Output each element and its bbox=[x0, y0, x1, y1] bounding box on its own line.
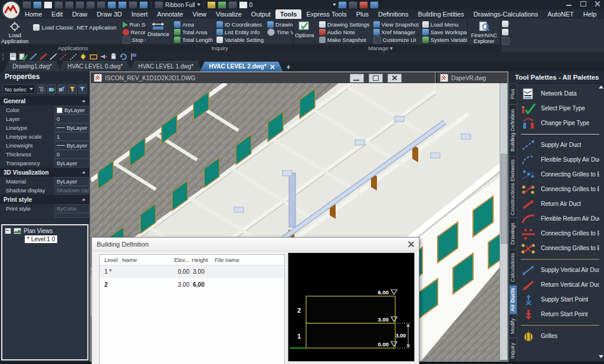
open-icon[interactable] bbox=[54, 1, 63, 9]
supply-pipe-icon[interactable] bbox=[29, 53, 38, 61]
palette-item-supply-vertical-air-duct[interactable]: Supply Vertical Air Duct bbox=[521, 263, 599, 277]
palette-scroll-down-icon[interactable] bbox=[599, 355, 603, 358]
total-area-button[interactable]: Total Area bbox=[173, 28, 214, 36]
rectangle-icon[interactable] bbox=[89, 53, 98, 61]
maximize-button[interactable] bbox=[580, 1, 586, 6]
variable-setting-button[interactable]: Variable Setting bbox=[215, 36, 265, 44]
monitor-icon[interactable] bbox=[33, 1, 42, 9]
workspace-switcher[interactable]: Ribbon Full bbox=[155, 1, 201, 9]
row2-height[interactable]: 6,00 bbox=[193, 278, 204, 291]
section-general[interactable]: General bbox=[0, 96, 89, 106]
drawing-settings-button[interactable]: Drawing Settings bbox=[318, 21, 371, 28]
selection-dropdown[interactable]: No selec bbox=[2, 84, 35, 94]
tab-insert[interactable]: Insert bbox=[127, 9, 153, 19]
dialog-close-icon[interactable] bbox=[408, 241, 414, 247]
total-length-button[interactable]: Total Length bbox=[173, 36, 214, 44]
palette-tab-inquiry[interactable]: Inquiry bbox=[509, 338, 517, 362]
filter-button[interactable] bbox=[78, 84, 87, 94]
tab-home[interactable]: Home bbox=[20, 9, 47, 19]
save-workspace-button[interactable]: Save Workspace bbox=[421, 28, 467, 36]
run-script-button[interactable]: Run Script bbox=[122, 21, 146, 28]
cylinder-icon[interactable] bbox=[109, 53, 118, 61]
clock-icon[interactable] bbox=[118, 1, 127, 9]
palette-item-select-pipe-type[interactable]: Select Pipe Type bbox=[521, 101, 599, 116]
col-file-name[interactable]: File name bbox=[215, 255, 239, 265]
close-button[interactable] bbox=[595, 1, 600, 6]
return-pipe-icon[interactable] bbox=[39, 53, 48, 61]
time-variables-button[interactable]: Time Variables bbox=[266, 28, 293, 36]
customize-ui-button[interactable]: Customize UI bbox=[372, 36, 420, 44]
load-application-button[interactable]: Load Application bbox=[1, 20, 28, 44]
palette-item-flexible-supply-air-duct[interactable]: Flexible Supply Air Duct bbox=[521, 152, 599, 167]
thickness-value[interactable]: 0 bbox=[54, 150, 89, 159]
collapse-node-icon[interactable] bbox=[5, 228, 11, 234]
clipped-icon[interactable] bbox=[502, 29, 508, 35]
tab-view[interactable]: View bbox=[188, 9, 211, 19]
palette-item-flexible-return-air-duct[interactable]: Flexible Return Air Duct bbox=[521, 211, 599, 226]
palette-item-network-data[interactable]: Network Data bbox=[521, 86, 599, 101]
linetype-scale-value[interactable]: 1 bbox=[54, 132, 89, 141]
load-menu-button[interactable]: Load Menu bbox=[421, 21, 467, 28]
chart-icon[interactable] bbox=[338, 1, 347, 9]
tab-tools[interactable]: Tools bbox=[275, 9, 302, 19]
check-doc-icon[interactable] bbox=[19, 53, 28, 61]
close-tab-icon[interactable] bbox=[270, 65, 274, 69]
level-row-1[interactable]: 1 * 0.00 3.00 bbox=[100, 265, 284, 278]
palette-tab-modify[interactable]: Modify bbox=[509, 314, 517, 338]
printer-icon[interactable] bbox=[349, 1, 357, 9]
load-classic-net-button[interactable]: Load Classic .NET Application bbox=[32, 24, 117, 31]
app-logo[interactable] bbox=[2, 1, 21, 19]
drawing-tab-4-active[interactable]: HVAC LEVEL 2.dwg* bbox=[200, 61, 283, 71]
close-red-icon[interactable] bbox=[359, 1, 368, 9]
lineweight-value[interactable]: ByLayer bbox=[54, 141, 89, 150]
palette-tab-plus[interactable]: Plus bbox=[509, 83, 517, 104]
tab-draw3d[interactable]: Draw 3D bbox=[92, 9, 127, 19]
palette-item-connecting-grilles-blue[interactable]: Connecting Grilles to Existing Duct bbox=[521, 167, 599, 182]
layer-value[interactable]: 0 bbox=[54, 114, 89, 123]
tab-draw[interactable]: Draw bbox=[67, 9, 92, 19]
palette-tab-drawings[interactable]: Drawings bbox=[509, 218, 517, 250]
tab-building-entities[interactable]: Building Entities bbox=[413, 9, 468, 19]
tab-output[interactable]: Output bbox=[247, 9, 275, 19]
chevron-down-icon[interactable] bbox=[333, 4, 336, 6]
redo-icon[interactable] bbox=[97, 1, 106, 9]
palette-item-supply-start-point[interactable]: Supply Start Point bbox=[521, 292, 599, 307]
clipped-icon[interactable] bbox=[502, 37, 510, 45]
plot-icon[interactable] bbox=[22, 1, 31, 9]
save-as-icon[interactable] bbox=[76, 1, 84, 9]
palette-item-connecting-grilles-yellow[interactable]: Connecting Grilles to Existing Duct ... bbox=[521, 182, 599, 196]
col-height[interactable]: Height bbox=[192, 255, 208, 265]
palette-item-supply-air-duct[interactable]: Supply Air Duct bbox=[521, 137, 599, 152]
sun-icon[interactable] bbox=[218, 1, 226, 9]
section-print-style[interactable]: Print style bbox=[0, 195, 89, 204]
color-value[interactable]: ByLayer bbox=[54, 106, 89, 114]
close-window-button[interactable] bbox=[388, 74, 402, 83]
id-coordinates-button[interactable]: ID Coordinates bbox=[215, 21, 265, 28]
palette-item-return-air-duct[interactable]: Return Air Duct bbox=[521, 196, 599, 211]
point-icon[interactable] bbox=[79, 53, 88, 61]
levels-table[interactable]: Level Name Elev... Height File name 1 * … bbox=[99, 254, 285, 364]
plan-views-root[interactable]: Plan Views bbox=[5, 228, 85, 234]
section-3d-visualization[interactable]: 3D Visualization bbox=[0, 168, 89, 177]
tab-autonet[interactable]: AutoNET bbox=[543, 9, 579, 19]
plan-views-selected-item[interactable]: * Level:1 0 bbox=[25, 235, 57, 243]
minimize-window-button[interactable] bbox=[350, 74, 364, 83]
dashed-neutral-icon[interactable] bbox=[69, 53, 78, 61]
toolbar-grip[interactable] bbox=[2, 53, 6, 60]
applications-group-label[interactable]: Applications bbox=[0, 44, 146, 52]
tab-edit[interactable]: Edit bbox=[47, 9, 67, 19]
new-drawing-icon[interactable] bbox=[44, 1, 52, 9]
palette-tab-calculations[interactable]: Calculations bbox=[509, 250, 517, 285]
make-snapshot-button[interactable]: Make Snapshot bbox=[318, 36, 371, 44]
background-window-titlebar[interactable]: DapeVR.dwg bbox=[436, 73, 507, 83]
col-name[interactable]: Name bbox=[122, 255, 137, 265]
scrollbar-thumb[interactable] bbox=[501, 154, 507, 244]
rotate-icon[interactable] bbox=[119, 53, 128, 61]
tab-visualize[interactable]: Visualize bbox=[211, 9, 247, 19]
palette-item-connecting-grilles-yellow-2[interactable]: Connecting Grilles to Existing Duct ... bbox=[521, 241, 599, 255]
drawing-tab-1[interactable]: Drawing1.dwg* bbox=[4, 61, 61, 71]
filter-lightning-button[interactable] bbox=[68, 84, 76, 94]
tab-definitions[interactable]: Definitions bbox=[373, 9, 413, 19]
tab-drawings-calculations[interactable]: Drawings-Calculations bbox=[469, 9, 543, 19]
palette-scroll-up-icon[interactable] bbox=[599, 86, 603, 88]
